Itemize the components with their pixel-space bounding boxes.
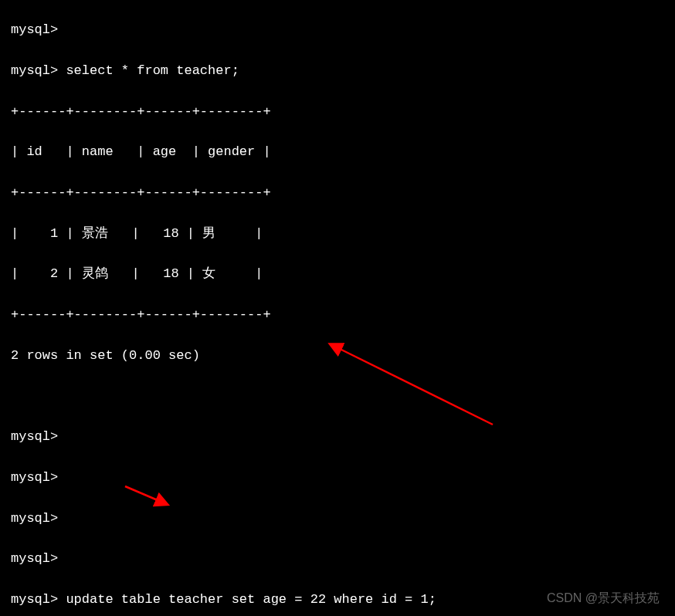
table-border: +------+--------+------+--------+ (11, 102, 675, 122)
prompt-line: mysql> (11, 427, 675, 447)
query-line: mysql> update table teacher set age = 22… (11, 590, 675, 610)
prompt-line: mysql> (11, 549, 675, 569)
select-query: select * from teacher; (66, 63, 239, 78)
table-border: +------+--------+------+--------+ (11, 305, 675, 325)
query-line: mysql> select * from teacher; (11, 61, 675, 81)
prompt-line: mysql> (11, 468, 675, 488)
table-row: | 2 | 灵鸽 | 18 | 女 | (11, 264, 675, 284)
table-header: | id | name | age | gender | (11, 142, 675, 162)
blank-line (11, 387, 675, 407)
table-row: | 1 | 景浩 | 18 | 男 | (11, 224, 675, 244)
prompt-line: mysql> (11, 509, 675, 529)
prompt-line: mysql> (11, 20, 675, 40)
table-border: +------+--------+------+--------+ (11, 183, 675, 203)
mysql-prompt: mysql> (11, 22, 58, 37)
update-bad-query: update table teacher set age = 22 where … (66, 592, 436, 607)
result-summary: 2 rows in set (0.00 sec) (11, 346, 675, 366)
terminal-output: mysql> mysql> select * from teacher; +--… (0, 0, 675, 616)
